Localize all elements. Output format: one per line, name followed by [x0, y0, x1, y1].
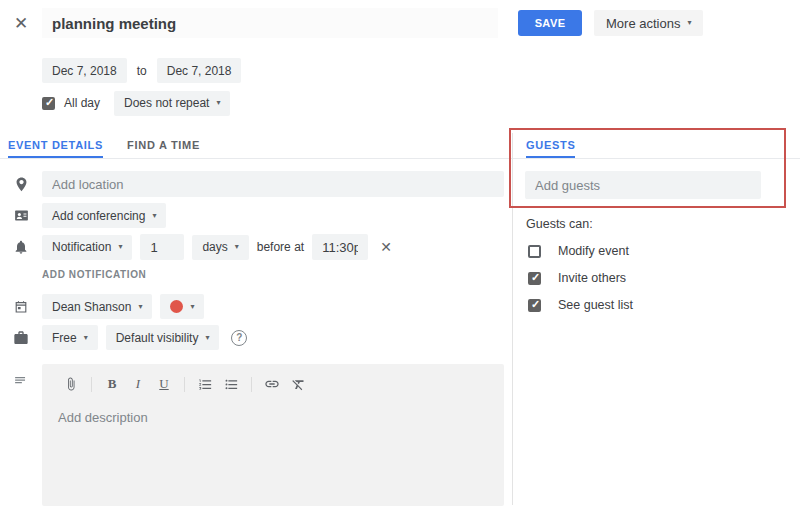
location-input[interactable]: [42, 171, 504, 197]
invite-others-checkbox[interactable]: [528, 272, 541, 285]
location-pin-icon: [0, 176, 42, 193]
see-guest-list-checkbox[interactable]: [528, 299, 541, 312]
italic-button[interactable]: I: [125, 373, 151, 395]
briefcase-icon: [0, 330, 42, 346]
permission-label: Modify event: [558, 244, 629, 258]
calendar-select-dropdown[interactable]: Dean Shanson ▾: [42, 294, 152, 319]
description-toolbar: B I U: [52, 372, 494, 396]
event-title-input[interactable]: [42, 8, 498, 38]
bold-button[interactable]: B: [99, 373, 125, 395]
add-guests-input[interactable]: [525, 171, 761, 199]
toolbar-divider: [184, 377, 185, 392]
event-details-pane: EVENT DETAILS FIND A TIME Add conferenci…: [0, 133, 513, 505]
underline-button[interactable]: U: [151, 373, 177, 395]
calendar-icon: [0, 299, 42, 315]
visibility-dropdown[interactable]: Default visibility ▾: [106, 325, 220, 350]
tab-find-a-time[interactable]: FIND A TIME: [127, 139, 200, 158]
description-box: B I U: [42, 364, 504, 506]
chevron-down-icon: ▾: [84, 334, 88, 342]
chevron-down-icon: ▾: [118, 243, 122, 251]
recurrence-dropdown[interactable]: Does not repeat ▾: [114, 91, 230, 116]
all-day-row: All day Does not repeat ▾: [42, 91, 800, 115]
notification-type-value: Notification: [52, 240, 111, 254]
numbered-list-icon[interactable]: [192, 373, 218, 395]
chevron-down-icon: ▾: [190, 303, 194, 311]
description-section: B I U: [0, 364, 512, 506]
all-day-label: All day: [64, 96, 100, 110]
chevron-down-icon: ▾: [138, 303, 142, 311]
event-color-dropdown[interactable]: ▾: [160, 294, 204, 319]
tab-guests[interactable]: GUESTS: [526, 139, 575, 158]
notification-time-input[interactable]: [312, 234, 368, 260]
permission-label: See guest list: [558, 298, 633, 312]
date-row: Dec 7, 2018 to Dec 7, 2018: [42, 58, 800, 83]
chevron-down-icon: ▾: [687, 19, 691, 27]
event-color-swatch: [170, 300, 183, 313]
chevron-down-icon: ▾: [235, 243, 239, 251]
video-conference-icon: [0, 207, 42, 224]
description-lines-icon: [0, 364, 42, 389]
permission-label: Invite others: [558, 271, 626, 285]
modify-event-checkbox[interactable]: [528, 245, 541, 258]
tab-event-details[interactable]: EVENT DETAILS: [8, 139, 103, 158]
to-label: to: [137, 64, 147, 78]
chevron-down-icon: ▾: [216, 99, 220, 107]
notification-type-dropdown[interactable]: Notification ▾: [42, 235, 132, 260]
guests-can-label: Guests can:: [526, 217, 800, 231]
remove-notification-icon[interactable]: ✕: [380, 239, 392, 255]
more-actions-button[interactable]: More actions ▾: [594, 10, 703, 36]
close-icon[interactable]: ✕: [10, 13, 32, 34]
start-date-field[interactable]: Dec 7, 2018: [42, 58, 127, 83]
notification-count-input[interactable]: [140, 234, 184, 260]
attachment-icon[interactable]: [58, 373, 84, 395]
chevron-down-icon: ▾: [205, 334, 209, 342]
add-conferencing-dropdown[interactable]: Add conferencing ▾: [42, 203, 166, 228]
clear-formatting-icon[interactable]: [285, 373, 311, 395]
notification-unit-dropdown[interactable]: days ▾: [192, 235, 248, 260]
help-icon[interactable]: ?: [231, 330, 247, 346]
availability-row: Free ▾ Default visibility ▾ ?: [0, 325, 512, 350]
recurrence-value: Does not repeat: [124, 96, 209, 110]
toolbar-divider: [91, 377, 92, 392]
availability-dropdown[interactable]: Free ▾: [42, 325, 98, 350]
availability-value: Free: [52, 331, 77, 345]
left-tabbar: EVENT DETAILS FIND A TIME: [0, 133, 512, 159]
toolbar-divider: [251, 377, 252, 392]
chevron-down-icon: ▾: [152, 212, 156, 220]
add-conferencing-label: Add conferencing: [52, 209, 145, 223]
all-day-checkbox[interactable]: [42, 97, 55, 110]
guests-pane: GUESTS Guests can: Modify event Invite o…: [513, 133, 800, 505]
location-row: [0, 171, 512, 197]
calendar-row: Dean Shanson ▾ ▾: [0, 294, 512, 319]
permission-row: Invite others: [528, 271, 800, 285]
bulleted-list-icon[interactable]: [218, 373, 244, 395]
save-button[interactable]: SAVE: [518, 10, 582, 36]
right-tabbar: GUESTS: [513, 133, 800, 159]
bell-icon: [0, 239, 42, 255]
calendar-select-value: Dean Shanson: [52, 300, 131, 314]
notification-unit-value: days: [202, 240, 227, 254]
description-input[interactable]: Add description: [58, 410, 494, 425]
notification-row: Notification ▾ days ▾ before at ✕: [0, 234, 512, 260]
conferencing-row: Add conferencing ▾: [0, 203, 512, 228]
topbar: ✕ SAVE More actions ▾: [0, 0, 800, 46]
permission-row: See guest list: [528, 298, 800, 312]
end-date-field[interactable]: Dec 7, 2018: [157, 58, 242, 83]
link-icon[interactable]: [259, 373, 285, 395]
more-actions-label: More actions: [606, 16, 680, 31]
add-notification-link[interactable]: ADD NOTIFICATION: [42, 269, 512, 280]
main-area: EVENT DETAILS FIND A TIME Add conferenci…: [0, 133, 800, 505]
permission-row: Modify event: [528, 244, 800, 258]
event-editor-window: ✕ SAVE More actions ▾ Dec 7, 2018 to Dec…: [0, 0, 800, 524]
visibility-value: Default visibility: [116, 331, 199, 345]
before-at-label: before at: [257, 240, 304, 254]
